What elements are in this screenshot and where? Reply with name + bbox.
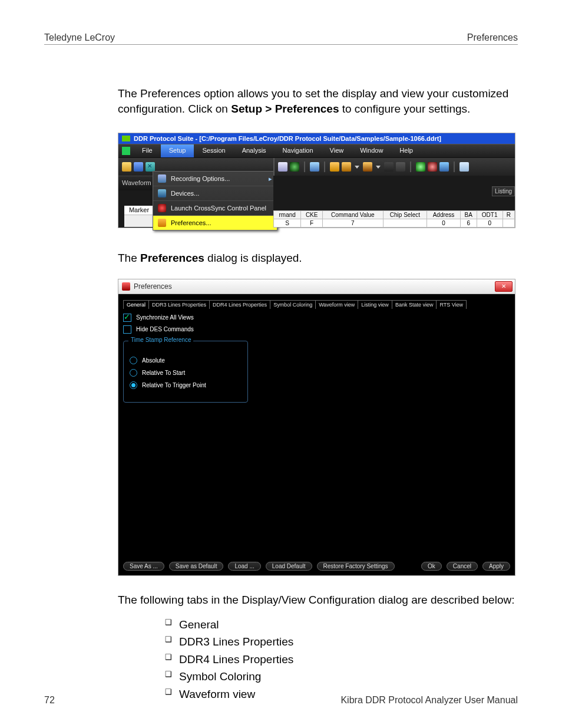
menu-item-icon — [158, 189, 166, 197]
preferences-tab[interactable]: Symbol Coloring — [270, 300, 316, 309]
pane2-icon[interactable] — [396, 162, 405, 172]
intro-paragraph: The Preferences option allows you to set… — [118, 86, 518, 116]
radio-icon — [130, 381, 137, 389]
list-item: DDR4 Lines Properties — [165, 651, 518, 668]
table-cell: S — [274, 219, 301, 228]
close-button[interactable]: ✕ — [495, 281, 513, 292]
setup-dropdown: Recording Options...▸Devices...Launch Cr… — [153, 171, 277, 230]
open-icon[interactable] — [122, 162, 131, 172]
screenshot-setup-menu: DDR Protocol Suite - [C:/Program Files/L… — [118, 133, 515, 228]
menu-session[interactable]: Session — [194, 144, 233, 157]
menu-item[interactable]: Launch CrossSync Control Panel — [153, 200, 277, 215]
pane-icon[interactable] — [384, 162, 394, 172]
checkbox-row[interactable]: Synchronize All Views — [123, 314, 510, 322]
save-icon[interactable] — [134, 162, 143, 172]
checkbox-label: Hide DES Commands — [136, 326, 194, 332]
menu-item-label: Devices... — [171, 190, 199, 197]
dialog-button[interactable]: Save As ... — [123, 562, 164, 571]
listing-table: rmandCKECommand ValueChip SelectAddressB… — [273, 210, 515, 228]
radio-row[interactable]: Relative To Trigger Point — [130, 381, 242, 389]
table-cell — [383, 219, 427, 228]
close-file-icon[interactable] — [146, 162, 155, 172]
right-toolbar — [273, 158, 515, 176]
table-header: Command Value — [322, 211, 383, 219]
radio-label: Absolute — [142, 357, 165, 364]
marker-t-icon[interactable] — [330, 162, 339, 172]
marker-x-icon[interactable] — [363, 162, 372, 172]
preferences-tab[interactable]: Listing view — [358, 300, 392, 309]
preferences-icon — [122, 282, 130, 291]
dialog-button[interactable]: Apply — [482, 562, 510, 571]
toolbar-separator — [410, 162, 411, 172]
table-header: Chip Select — [383, 211, 427, 219]
toolbar-separator — [304, 162, 305, 172]
bold-preferences: Preferences — [140, 252, 204, 264]
radio-icon — [130, 369, 137, 377]
menu-item-icon — [158, 204, 166, 212]
doc-icon[interactable] — [278, 162, 287, 172]
group-title: Time Stamp Reference — [128, 337, 193, 343]
table-cell: 7 — [322, 219, 383, 228]
preferences-tab[interactable]: General — [123, 300, 149, 309]
header-right: Preferences — [467, 32, 518, 43]
radio-label: Relative To Start — [142, 370, 185, 376]
table-header: R — [503, 211, 514, 219]
menu-file[interactable]: File — [134, 144, 161, 157]
dialog-button[interactable]: Cancel — [447, 562, 478, 571]
menu-view[interactable]: View — [322, 144, 352, 157]
page-icon[interactable] — [459, 162, 469, 172]
fit-icon[interactable] — [439, 162, 449, 172]
dropdown-arrow-icon[interactable] — [376, 166, 381, 169]
submenu-arrow-icon: ▸ — [269, 175, 272, 183]
table-header: BA — [460, 211, 477, 219]
menu-help[interactable]: Help — [391, 144, 421, 157]
menu-item-label: Preferences... — [171, 219, 211, 226]
preferences-tab[interactable]: DDR4 Lines Properties — [209, 300, 270, 309]
marker-row — [124, 215, 154, 227]
dialog-button[interactable]: Load Default — [266, 562, 312, 571]
home-icon[interactable] — [310, 162, 319, 172]
preferences-tab[interactable]: DDR3 Lines Properties — [148, 300, 210, 309]
dialog-button[interactable]: Save as Default — [169, 562, 224, 571]
time-stamp-reference-group: Time Stamp Reference AbsoluteRelative To… — [123, 341, 248, 403]
dialog-button[interactable]: Load ... — [228, 562, 260, 571]
app-title-text: DDR Protocol Suite - [C:/Program Files/L… — [134, 135, 441, 142]
preferences-tab[interactable]: Waveform view — [315, 300, 358, 309]
preferences-tabs: GeneralDDR3 Lines PropertiesDDR4 Lines P… — [123, 300, 510, 309]
menu-bar: FileSetupSessionAnalysisNavigationViewWi… — [118, 144, 515, 158]
radio-row[interactable]: Relative To Start — [130, 369, 242, 377]
menu-item[interactable]: Devices... — [153, 186, 277, 200]
menu-setup[interactable]: Setup — [161, 144, 194, 157]
table-cell: F — [301, 219, 323, 228]
dropdown-arrow-icon[interactable] — [355, 166, 359, 169]
checkbox-row[interactable]: Hide DES Commands — [123, 325, 510, 334]
menu-item[interactable]: Preferences... — [153, 215, 277, 230]
dialog-buttons: Save As ...Save as DefaultLoad ...Load D… — [118, 558, 515, 575]
listing-tab-label: Listing — [492, 186, 515, 196]
radio-row[interactable]: Absolute — [130, 357, 242, 364]
dialog-title-bar: Preferences ✕ — [118, 279, 515, 294]
gear-icon[interactable] — [290, 162, 299, 172]
page-number: 72 — [44, 695, 55, 706]
marker-m-icon[interactable] — [342, 162, 351, 172]
menu-analysis[interactable]: Analysis — [234, 144, 275, 157]
menu-navigation[interactable]: Navigation — [275, 144, 322, 157]
dialog-button[interactable]: Restore Factory Settings — [317, 562, 395, 571]
zoom-out-icon[interactable] — [428, 162, 437, 172]
zoom-in-icon[interactable] — [416, 162, 425, 172]
menu-item-label: Launch CrossSync Control Panel — [171, 205, 266, 212]
dialog-button[interactable]: Ok — [421, 562, 442, 571]
toolbar-separator — [324, 162, 325, 172]
tab-bullet-list: GeneralDDR3 Lines PropertiesDDR4 Lines P… — [165, 616, 518, 703]
menu-window[interactable]: Window — [352, 144, 391, 157]
table-cell: 6 — [460, 219, 477, 228]
menu-item-label: Recording Options... — [171, 175, 230, 182]
preferences-tab[interactable]: Bank State view — [392, 300, 437, 309]
page-footer: 72 Kibra DDR Protocol Analyzer User Manu… — [44, 695, 518, 706]
preferences-tab[interactable]: RTS View — [436, 300, 467, 309]
screenshot-preferences-dialog: Preferences ✕ GeneralDDR3 Lines Properti… — [118, 279, 515, 576]
checkbox-icon — [123, 325, 131, 334]
checkbox-icon — [123, 314, 131, 322]
table-cell — [503, 219, 514, 228]
menu-item[interactable]: Recording Options...▸ — [153, 172, 277, 186]
